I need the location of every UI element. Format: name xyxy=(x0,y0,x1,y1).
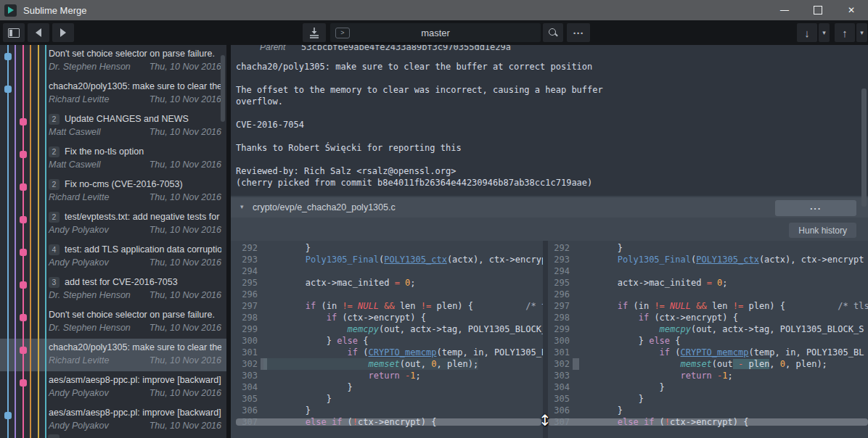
code-text: memcpy(out, actx->tag, POLY1305_BLOCK_S xyxy=(576,323,864,335)
pull-button[interactable]: ↓ xyxy=(797,23,817,42)
pull-icon: ↓ xyxy=(804,27,810,39)
commit-title-row: 2test/evptests.txt: add negative tests f… xyxy=(49,211,221,223)
chevron-down-icon: ▾ xyxy=(860,29,864,36)
pull-options-button[interactable]: ▾ xyxy=(819,23,830,42)
commit-date: Thu, 10 Nov 2016 xyxy=(150,257,221,268)
diff-line: 297 if (in != NULL && len != plen) { /* … xyxy=(236,300,543,312)
chevron-down-icon: ▾ xyxy=(822,29,826,36)
sidebar-scrollbar[interactable] xyxy=(221,55,225,122)
line-number: 300 xyxy=(548,335,570,347)
parent-label: Parent xyxy=(260,45,285,52)
commit-author: Matt Caswell xyxy=(49,160,101,170)
line-number: 294 xyxy=(236,265,258,277)
parent-hash-link[interactable]: 53cbcbf6e9abe4fe2433a89bf3c970355dd1e29a xyxy=(301,45,511,52)
code-text: } xyxy=(263,381,353,393)
diff-line: 305 } xyxy=(548,393,868,405)
commit-message-line: chacha20/poly1305: make sure to clear th… xyxy=(236,61,860,73)
commit-row[interactable]: chacha20/poly1305: make sure to clear th… xyxy=(0,339,226,371)
commit-message-line: The offset to the memory to clear was in… xyxy=(236,84,860,96)
minimize-button[interactable]: — xyxy=(768,0,801,20)
sidebar-panel-icon xyxy=(8,28,20,38)
toggle-sidebar-button[interactable] xyxy=(3,23,25,42)
commit-row[interactable]: 2Fix the no-tls optionMatt CaswellThu, 1… xyxy=(0,143,226,175)
code-text: Poly1305_Final(POLY1305_ctx(actx), ctx->… xyxy=(263,254,543,265)
commit-date: Thu, 10 Nov 2016 xyxy=(150,421,221,431)
branch-search-input[interactable] xyxy=(330,23,541,42)
diff-pane-divider[interactable] xyxy=(543,241,548,438)
partial-badge xyxy=(48,434,60,438)
commit-title: aes/asm/aesp8-ppc.pl: improve [backward] xyxy=(49,408,221,418)
file-options-button[interactable]: ··· xyxy=(775,200,856,216)
commit-row[interactable]: aes/asm/aesp8-ppc.pl: improve [backward]… xyxy=(0,371,226,404)
code-text: actx->mac_inited = 0; xyxy=(576,277,728,289)
code-text: } xyxy=(263,242,311,254)
diff-pane-after: 292 }293 Poly1305_Final(POLY1305_ctx(act… xyxy=(548,241,868,438)
commit-message-line xyxy=(236,73,860,84)
forward-button[interactable] xyxy=(52,23,74,42)
commit-meta: Richard LevitteThu, 10 Nov 2016 xyxy=(49,355,221,365)
search-button[interactable] xyxy=(543,23,563,42)
push-button[interactable]: ↑ xyxy=(835,23,855,42)
commit-author: Andy Polyakov xyxy=(49,225,109,235)
file-diff-panel: ▾ crypto/evp/e_chacha20_poly1305.c ··· H… xyxy=(231,196,868,438)
commit-row[interactable]: 2test/evptests.txt: add negative tests f… xyxy=(0,208,226,241)
code-text: memset(out, 0, plen); xyxy=(263,358,478,370)
commit-row[interactable]: Don't set choice selector on parse failu… xyxy=(0,45,226,78)
commit-row[interactable]: 2Fix no-cms (CVE-2016-7053)Richard Levit… xyxy=(0,175,226,208)
line-number: 299 xyxy=(236,323,258,335)
code-text: } else { xyxy=(576,335,681,347)
line-number: 298 xyxy=(236,312,258,323)
commit-row[interactable]: 4test: add TLS application data corrupti… xyxy=(0,241,226,273)
code-text: memcpy(out, actx->tag, POLY1305_BLOCK_S xyxy=(263,323,543,335)
commit-meta: Dr. Stephen HensonThu, 10 Nov 2016 xyxy=(49,323,221,333)
commit-date: Thu, 10 Nov 2016 xyxy=(150,323,221,333)
close-button[interactable]: ✕ xyxy=(835,0,868,20)
commit-message-line: overflow. xyxy=(236,96,860,107)
toolbar-overflow-button[interactable]: ··· xyxy=(567,23,590,42)
diff-line: 306 } xyxy=(236,405,543,416)
diff-line: 305 } xyxy=(236,393,543,405)
diff-line: 307 else if (!ctx->encrypt) { xyxy=(236,416,543,428)
commit-title-row: Don't set choice selector on parse failu… xyxy=(49,48,221,59)
back-button[interactable] xyxy=(28,23,49,42)
commit-row[interactable]: Don't set choice selector on parse failu… xyxy=(0,306,226,339)
line-number: 305 xyxy=(236,393,258,405)
diff-line: 292 } xyxy=(548,242,868,254)
push-options-button[interactable]: ▾ xyxy=(856,23,867,42)
hunk-history-button[interactable]: Hunk history xyxy=(789,223,856,238)
commit-button[interactable] xyxy=(303,23,326,42)
commit-row[interactable]: aes/asm/aesp8-ppc.pl: improve [backward]… xyxy=(0,404,226,437)
line-number: 296 xyxy=(548,289,570,300)
commit-meta: Andy PolyakovThu, 10 Nov 2016 xyxy=(49,421,221,431)
diff-line: 300 } else { xyxy=(236,335,543,347)
forward-icon xyxy=(60,28,66,37)
vertical-scrollbar[interactable] xyxy=(861,88,867,207)
line-number: 301 xyxy=(236,347,258,358)
diff-line: 304 } xyxy=(548,381,868,393)
commit-title-row: aes/asm/aesp8-ppc.pl: improve [backward] xyxy=(49,407,221,418)
commit-count-badge: 2 xyxy=(49,114,60,125)
line-number: 304 xyxy=(236,381,258,393)
commit-date: Thu, 10 Nov 2016 xyxy=(150,290,221,300)
diff-line: 303 return -1; xyxy=(548,370,868,381)
hunk-toolbar: Hunk history xyxy=(231,218,868,241)
commit-title: aes/asm/aesp8-ppc.pl: improve [backward] xyxy=(49,375,221,385)
commit-meta: Dr. Stephen HensonThu, 10 Nov 2016 xyxy=(49,290,221,300)
commit-message-line xyxy=(236,154,860,165)
diff-line: 295 actx->mac_inited = 0; xyxy=(548,277,868,289)
commit-date: Thu, 10 Nov 2016 xyxy=(150,192,221,202)
commit-title: Don't set choice selector on parse failu… xyxy=(49,49,215,59)
line-number: 301 xyxy=(548,347,570,358)
line-number: 305 xyxy=(548,393,570,405)
maximize-button[interactable] xyxy=(801,0,835,20)
commit-meta: Matt CaswellThu, 10 Nov 2016 xyxy=(49,127,221,137)
commit-row[interactable]: chacha20/poly1305: make sure to clear th… xyxy=(0,78,226,110)
commit-row[interactable]: 3add test for CVE-2016-7053Dr. Stephen H… xyxy=(0,273,226,306)
push-icon: ↑ xyxy=(842,27,848,39)
diff-line: 301 if (CRYPTO_memcmp(temp, in, POLY1305… xyxy=(548,347,868,358)
diff-line: 301 if (CRYPTO_memcmp(temp, in, POLY1305… xyxy=(236,347,543,358)
window-title: Sublime Merge xyxy=(23,5,86,16)
commit-row[interactable]: 2Update CHANGES and NEWSMatt CaswellThu,… xyxy=(0,110,226,143)
file-header[interactable]: ▾ crypto/evp/e_chacha20_poly1305.c ··· xyxy=(231,197,868,218)
code-text: if (in != NULL && len != plen) { /* tls xyxy=(576,300,868,312)
